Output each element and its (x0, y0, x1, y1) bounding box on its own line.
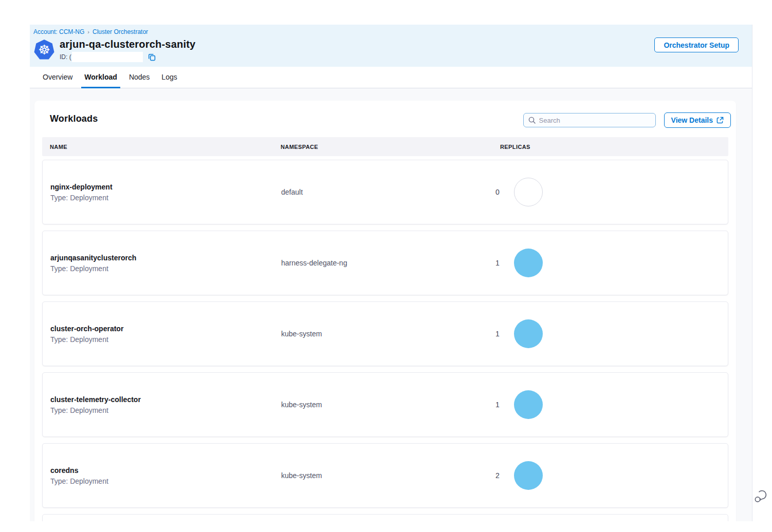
workload-namespace: kube-system (273, 471, 493, 480)
workload-name: cluster-orch-operator (50, 325, 273, 333)
workload-type: Type: Deployment (50, 264, 273, 273)
table-row[interactable]: cluster-orch-operator Type: Deployment k… (42, 301, 728, 366)
breadcrumb-separator-icon: › (87, 29, 89, 35)
orchestrator-setup-button[interactable]: Orchestrator Setup (654, 37, 739, 52)
search-input[interactable] (539, 117, 651, 124)
workloads-panel: Workloads View Details (34, 101, 736, 532)
replica-status-circle (514, 249, 543, 277)
cluster-id-redacted (72, 52, 143, 62)
breadcrumb: Account: CCM-NG › Cluster Orchestrator (33, 28, 752, 35)
workload-name-cell: nginx-deployment Type: Deployment (43, 183, 273, 202)
viewport-bottom-strip (0, 521, 772, 532)
workload-replicas-cell: 2 (493, 461, 728, 490)
workload-replicas-cell: 1 (493, 319, 728, 348)
breadcrumb-account-link[interactable]: Account: CCM-NG (33, 28, 84, 35)
view-details-button[interactable]: View Details (664, 112, 731, 128)
workload-type: Type: Deployment (50, 406, 273, 414)
cluster-header: Account: CCM-NG › Cluster Orchestrator ☸… (30, 25, 752, 67)
external-link-icon (716, 117, 724, 124)
workload-replicas-cell: 0 (493, 178, 728, 206)
tab-overview[interactable]: Overview (40, 67, 76, 88)
table-header-row: NAME NAMESPACE REPLICAS (42, 137, 728, 156)
search-box[interactable] (523, 113, 656, 127)
workloads-toolbar: View Details (523, 112, 731, 128)
tab-workload[interactable]: Workload (81, 67, 120, 88)
content-area: Workloads View Details (30, 88, 752, 532)
workload-name-cell: arjunqasanityclusterorch Type: Deploymen… (43, 254, 273, 273)
column-header-replicas: REPLICAS (492, 144, 728, 150)
tab-nodes[interactable]: Nodes (126, 67, 153, 88)
workload-name: coredns (50, 466, 273, 474)
replica-status-circle (514, 461, 543, 490)
column-header-name: NAME (42, 144, 273, 150)
replica-status-circle (514, 319, 543, 348)
cluster-title-block: arjun-qa-clusterorch-sanity ID: ( (60, 39, 195, 62)
view-details-label: View Details (671, 116, 713, 124)
table-row[interactable]: cluster-telemetry-collector Type: Deploy… (42, 372, 728, 437)
workload-name: arjunqasanityclusterorch (50, 254, 273, 262)
replica-count: 0 (495, 188, 503, 196)
tab-bar: Overview Workload Nodes Logs (30, 67, 752, 88)
workload-name-cell: coredns Type: Deployment (43, 466, 273, 485)
page-title: arjun-qa-clusterorch-sanity (60, 39, 195, 50)
cluster-title-row: ☸ arjun-qa-clusterorch-sanity ID: ( (33, 39, 752, 62)
replica-status-circle (514, 178, 543, 206)
workload-name: nginx-deployment (50, 183, 273, 191)
workload-name-cell: cluster-orch-operator Type: Deployment (43, 325, 273, 344)
tab-logs[interactable]: Logs (158, 67, 180, 88)
cluster-id-label: ID: ( (60, 53, 71, 61)
replica-count: 2 (495, 471, 503, 480)
table-row[interactable]: arjunqasanityclusterorch Type: Deploymen… (42, 231, 728, 295)
workload-replicas-cell: 1 (493, 249, 728, 277)
page-column: Account: CCM-NG › Cluster Orchestrator ☸… (30, 25, 752, 532)
column-header-namespace: NAMESPACE (273, 144, 492, 150)
replica-count: 1 (495, 259, 503, 267)
copy-icon[interactable] (148, 53, 156, 61)
breadcrumb-section-link[interactable]: Cluster Orchestrator (93, 28, 148, 35)
workload-namespace: harness-delegate-ng (273, 259, 493, 267)
search-icon (528, 117, 536, 124)
cluster-id-row: ID: ( (60, 52, 195, 62)
workload-type: Type: Deployment (50, 335, 273, 344)
workload-namespace: kube-system (273, 401, 493, 409)
replica-count: 1 (495, 330, 503, 338)
replica-status-circle (514, 390, 543, 419)
workload-replicas-cell: 1 (493, 390, 728, 419)
workload-name-cell: cluster-telemetry-collector Type: Deploy… (43, 395, 273, 414)
help-chat-icon[interactable] (753, 489, 769, 505)
workload-type: Type: Deployment (50, 477, 273, 485)
table-row[interactable]: coredns Type: Deployment kube-system 2 (42, 443, 728, 508)
kubernetes-icon: ☸ (34, 40, 54, 60)
replica-count: 1 (495, 401, 503, 409)
table-row[interactable]: nginx-deployment Type: Deployment defaul… (42, 160, 728, 224)
workload-namespace: kube-system (273, 330, 493, 338)
workload-namespace: default (273, 188, 493, 196)
workload-type: Type: Deployment (50, 194, 273, 202)
workload-name: cluster-telemetry-collector (50, 395, 273, 404)
